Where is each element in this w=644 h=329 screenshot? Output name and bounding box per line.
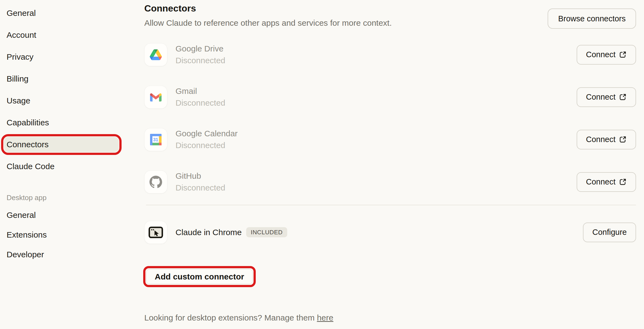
google-calendar-icon: 31 <box>144 128 167 151</box>
included-badge: INCLUDED <box>246 227 287 237</box>
annotation-highlight-connectors: Connectors <box>1 134 122 155</box>
external-link-icon <box>619 51 627 59</box>
connector-status: Disconnected <box>176 183 577 192</box>
connectors-panel: Connectors Allow Claude to reference oth… <box>144 0 636 323</box>
connector-name: Gmail <box>176 86 577 96</box>
add-custom-connector-button[interactable]: Add custom connector <box>146 269 253 284</box>
sidebar-connectors-row: Connectors <box>0 134 126 155</box>
sidebar-item-general[interactable]: General <box>0 2 126 24</box>
sidebar-item-billing[interactable]: Billing <box>0 68 126 90</box>
configure-label: Configure <box>592 228 627 237</box>
connect-label: Connect <box>586 50 616 59</box>
connector-row-gmail: Gmail Disconnected Connect <box>144 76 636 118</box>
connector-status: Disconnected <box>176 56 577 65</box>
connector-row-claude-in-chrome: Claude in Chrome INCLUDED Configure <box>144 211 636 253</box>
desktop-extensions-note: Looking for desktop extensions? Manage t… <box>144 313 636 323</box>
sidebar-item-capabilities[interactable]: Capabilities <box>0 112 126 134</box>
sidebar-item-developer[interactable]: Developer <box>0 245 126 264</box>
connect-button-google-drive[interactable]: Connect <box>577 45 636 65</box>
section-divider <box>146 205 636 205</box>
connector-row-google-drive: Google Drive Disconnected Connect <box>144 33 636 76</box>
external-link-icon <box>619 135 627 143</box>
connector-name: Claude in Chrome <box>176 228 242 237</box>
external-link-icon <box>619 178 627 186</box>
manage-extensions-link[interactable]: here <box>317 313 333 322</box>
github-icon <box>144 171 167 194</box>
connect-button-gmail[interactable]: Connect <box>577 87 636 107</box>
sidebar-item-connectors[interactable]: Connectors <box>4 137 119 152</box>
gmail-icon <box>144 86 167 109</box>
connect-label: Connect <box>586 177 616 186</box>
settings-sidebar: General Account Privacy Billing Usage Ca… <box>0 0 126 264</box>
sidebar-item-claude-code[interactable]: Claude Code <box>0 155 126 177</box>
connector-status: Disconnected <box>176 141 577 150</box>
annotation-highlight-add-custom-connector: Add custom connector <box>143 266 256 287</box>
sidebar-item-desktop-general[interactable]: General <box>0 205 126 225</box>
sidebar-section-desktop-app: Desktop app <box>0 190 126 205</box>
connect-label: Connect <box>586 135 616 144</box>
sidebar-item-privacy[interactable]: Privacy <box>0 46 126 68</box>
connect-button-google-calendar[interactable]: Connect <box>577 130 636 149</box>
connector-name: Google Drive <box>176 44 577 53</box>
external-link-icon <box>619 93 627 101</box>
google-drive-icon <box>144 43 167 66</box>
sidebar-item-usage[interactable]: Usage <box>0 90 126 112</box>
browse-connectors-button[interactable]: Browse connectors <box>548 8 636 29</box>
connector-row-github: GitHub Disconnected Connect <box>144 161 636 203</box>
connector-status: Disconnected <box>176 98 577 108</box>
desktop-extensions-text: Looking for desktop extensions? Manage t… <box>144 313 317 322</box>
svg-text:31: 31 <box>153 137 158 142</box>
sidebar-item-extensions[interactable]: Extensions <box>0 225 126 245</box>
connector-list: Google Drive Disconnected Connect <box>144 33 636 323</box>
claude-in-chrome-icon <box>144 221 167 244</box>
connector-name: GitHub <box>176 171 577 181</box>
connector-name: Google Calendar <box>176 129 577 138</box>
connect-button-github[interactable]: Connect <box>577 172 636 192</box>
sidebar-item-account[interactable]: Account <box>0 24 126 46</box>
connect-label: Connect <box>586 93 616 102</box>
connector-row-google-calendar: 31 Google Calendar Disconnected Connect <box>144 118 636 161</box>
configure-button-claude-in-chrome[interactable]: Configure <box>583 223 636 242</box>
